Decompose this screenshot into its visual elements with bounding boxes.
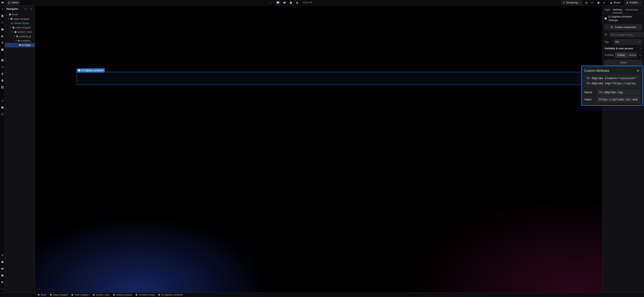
settings-gear-icon[interactable] (0, 253, 4, 257)
tree-row-global-styles[interactable]: Global Styles (5, 21, 35, 26)
styles-icon[interactable] (0, 41, 4, 45)
svg-rect-37 (136, 294, 137, 295)
sync-icon[interactable] (584, 1, 588, 5)
attr-name-input[interactable] (597, 89, 640, 95)
share-button[interactable]: Share (608, 0, 622, 5)
chevron-down-icon[interactable] (640, 48, 642, 50)
svg-rect-20 (1, 268, 3, 269)
components-icon[interactable] (0, 28, 4, 32)
tag-select[interactable]: Div (614, 39, 642, 45)
assets-icon[interactable] (0, 48, 4, 52)
svg-rect-16 (1, 88, 2, 88)
tree-row-page-wrapper[interactable]: ▾ page-wrapper (5, 17, 35, 21)
pin-panel-icon[interactable] (29, 7, 33, 11)
div-icon (71, 294, 73, 296)
code-icon[interactable] (590, 1, 594, 5)
crumb[interactable]: Body (38, 293, 46, 296)
canvas-selection-tag[interactable]: fs-3dglobe-container (77, 68, 105, 73)
crumb[interactable]: page-wrapper (50, 293, 68, 296)
help-icon[interactable] (0, 260, 4, 264)
attribute-item[interactable]: fs-3dglobe-img="https://uploads-ssl. (586, 82, 638, 86)
tree-label: fs-3dglobe-c... (22, 43, 34, 47)
mode-chip[interactable]: Designing (561, 0, 582, 5)
crumb[interactable]: container-large (136, 293, 154, 296)
brace-icon[interactable]: {F (0, 112, 4, 116)
canvas[interactable]: fs-3dglobe-container (35, 6, 602, 293)
crumb[interactable]: padding-global (113, 293, 132, 296)
div-icon (19, 44, 21, 46)
extension-icon[interactable] (0, 99, 4, 103)
publish-button[interactable]: Publish (624, 0, 643, 5)
users-icon[interactable] (0, 72, 4, 76)
svg-rect-23 (9, 14, 11, 15)
extension2-icon[interactable] (0, 106, 4, 110)
close-panel-icon[interactable] (23, 7, 28, 11)
component-icon (611, 26, 613, 29)
search-icon[interactable] (0, 280, 4, 284)
id-input[interactable] (609, 32, 644, 37)
device-desktop-icon[interactable] (282, 1, 287, 5)
selection-tag-label: fs-3dglobe-container (82, 69, 103, 72)
preview-icon[interactable] (602, 1, 606, 5)
visibility-visible[interactable]: Visible (615, 53, 627, 58)
svg-rect-6 (296, 2, 298, 4)
video-icon[interactable] (0, 267, 4, 271)
visibility-hidden[interactable]: Hidden (627, 53, 637, 58)
more-icon[interactable] (268, 1, 273, 5)
tree-label: section_hero (18, 30, 32, 34)
tab-interactions[interactable]: Interactions (625, 7, 638, 13)
attribute-item[interactable]: fs-3dglobe-element="container" (586, 76, 638, 80)
navigator-tree: Body ▾ page-wrapper Global Styles ▾ main… (5, 12, 35, 293)
div-icon (18, 40, 20, 42)
tree-row-padding-global[interactable]: ▾ padding-global (5, 34, 35, 39)
tab-style[interactable]: Style (604, 7, 610, 13)
tab-settings[interactable]: Settings (613, 7, 622, 13)
svg-point-13 (2, 73, 3, 74)
webflow-logo[interactable] (1, 1, 4, 4)
visibility-add-icon[interactable] (638, 53, 642, 57)
audit-icon[interactable] (0, 273, 4, 277)
navigator-icon[interactable] (0, 21, 4, 25)
cms-icon[interactable] (0, 58, 4, 62)
comment-icon[interactable] (596, 1, 600, 5)
create-component-button[interactable]: Create component (604, 24, 642, 30)
crumb-label: container-large (139, 293, 154, 296)
tree-row-fs-3dglobe-container[interactable]: fs-3dglobe-c... (5, 43, 35, 47)
expand-icon[interactable] (0, 287, 4, 291)
canvas-selection-box[interactable] (77, 72, 595, 85)
crumb[interactable]: section_hero (93, 293, 110, 296)
pencil-icon (563, 2, 565, 4)
svg-rect-38 (158, 294, 160, 295)
tree-row-body[interactable]: Body (5, 12, 35, 17)
logic-icon[interactable] (0, 65, 4, 69)
finsweet-icon[interactable] (0, 92, 4, 96)
add-attribute-button[interactable] (636, 69, 640, 73)
variables-icon[interactable] (0, 34, 4, 38)
svg-point-18 (2, 255, 3, 256)
create-component-label: Create component (614, 26, 636, 29)
apps-icon[interactable] (0, 85, 4, 89)
crumb[interactable]: fs-3dglobe-container (158, 293, 183, 296)
svg-rect-24 (11, 18, 12, 20)
add-element-icon[interactable] (0, 7, 4, 11)
topbar: Home 1231 PX Designing (0, 0, 644, 6)
svg-point-2 (271, 3, 272, 3)
tree-row-container-large[interactable]: ▾ container-large (5, 39, 35, 43)
chevron-down-icon (579, 2, 581, 4)
settings-panel: Style Settings Interactions fs-3dglobe-c… (602, 6, 644, 293)
tree-row-section-hero[interactable]: ▾ section_hero (5, 30, 35, 34)
left-rail: {F (0, 6, 5, 293)
svg-rect-29 (19, 45, 20, 46)
ecommerce-icon[interactable] (0, 79, 4, 83)
navigator-panel: Navigator Body ▾ page-wrapper (5, 6, 35, 293)
breakpoint-add-icon[interactable] (276, 1, 280, 5)
tree-row-main-wrapper[interactable]: ▾ main-wrapper (5, 26, 35, 30)
svg-rect-33 (50, 294, 52, 295)
home-button[interactable]: Home (6, 0, 20, 5)
tag-label: Tag (604, 40, 612, 44)
pages-icon[interactable] (0, 14, 4, 18)
crumb[interactable]: main-wrapper (71, 293, 89, 296)
device-mobile-icon[interactable] (295, 1, 299, 5)
device-tablet-icon[interactable] (289, 1, 293, 5)
attr-value-input[interactable] (597, 96, 640, 102)
